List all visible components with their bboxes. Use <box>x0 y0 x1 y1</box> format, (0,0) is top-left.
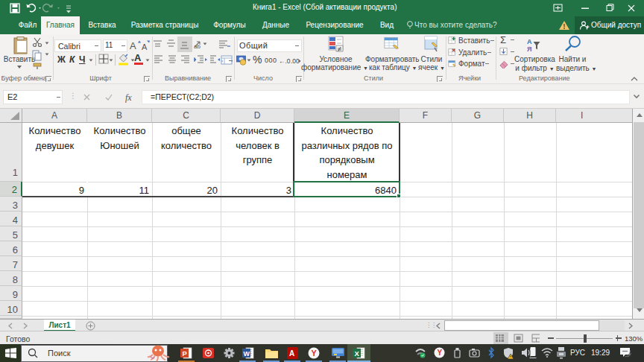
svg-text:А: А <box>527 38 532 45</box>
svg-text:Y: Y <box>438 349 443 357</box>
svg-text:fx: fx <box>125 92 132 103</box>
svg-text:←.0: ←.0 <box>279 57 291 65</box>
svg-text:W: W <box>244 350 250 358</box>
svg-text:ab: ab <box>194 43 201 50</box>
svg-text:X: X <box>355 349 360 358</box>
svg-text:Я: Я <box>527 45 531 53</box>
svg-text:P: P <box>183 349 188 358</box>
svg-text:Y: Y <box>312 349 318 358</box>
svg-text:A: A <box>289 349 294 358</box>
